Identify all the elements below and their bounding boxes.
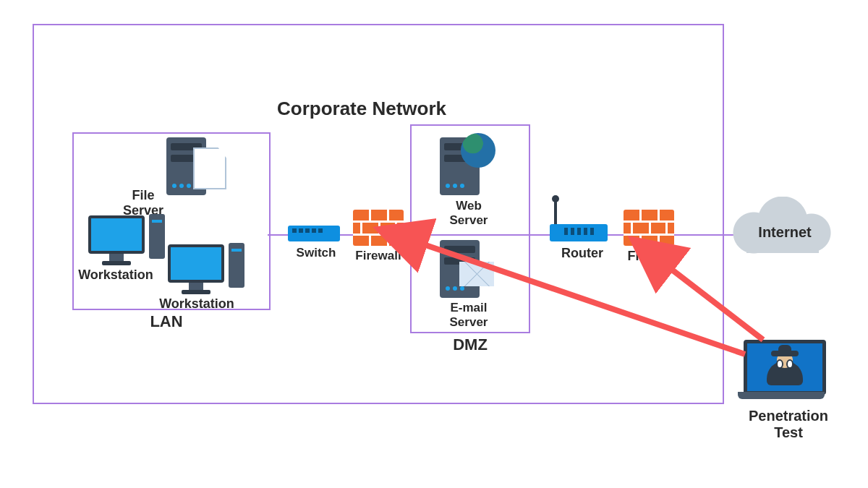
arrow-to-inner-firewall: [411, 240, 745, 354]
network-diagram: Corporate Network LAN DMZ FileServer Wor…: [0, 0, 868, 488]
attack-arrows: [0, 0, 868, 488]
